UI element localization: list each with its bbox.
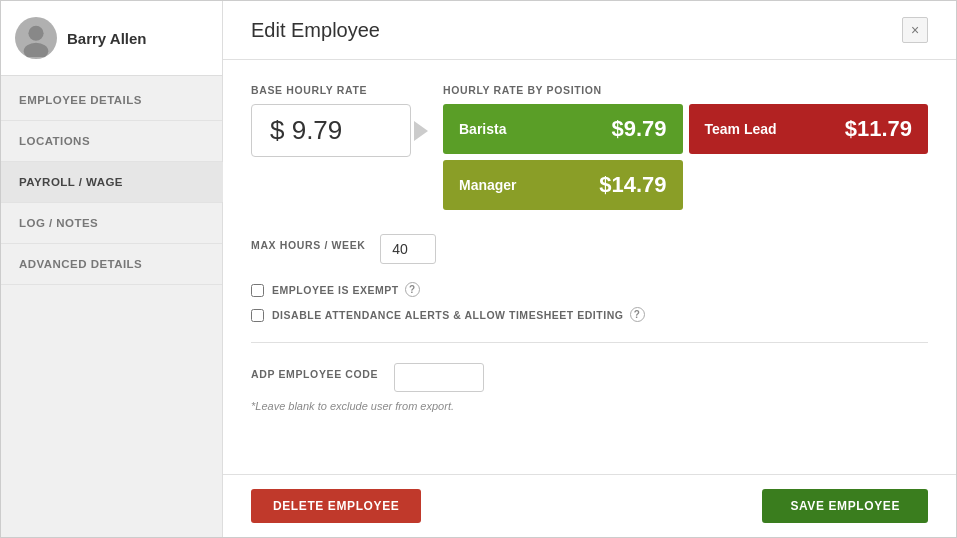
exempt-label: Employee Is Exempt ?	[272, 282, 420, 297]
max-hours-label: Max Hours / Week	[251, 239, 366, 251]
sidebar-nav: Employee Details Locations Payroll / Wag…	[1, 76, 222, 285]
team-lead-name: Team Lead	[705, 121, 777, 137]
base-rate-col: Base Hourly Rate $ 9.79	[251, 84, 411, 210]
exempt-checkbox-row: Employee Is Exempt ?	[251, 282, 928, 297]
sidebar: Barry Allen Employee Details Locations P…	[1, 1, 223, 537]
wage-section: Base Hourly Rate $ 9.79 Hourly Rate By P…	[251, 84, 928, 210]
manager-rate: $14.79	[599, 172, 666, 198]
divider	[251, 342, 928, 343]
manager-name: Manager	[459, 177, 517, 193]
exempt-checkbox[interactable]	[251, 284, 264, 297]
base-rate-label: Base Hourly Rate	[251, 84, 411, 96]
adp-code-input[interactable]	[394, 363, 484, 392]
max-hours-input[interactable]	[380, 234, 436, 264]
position-rates-col: Hourly Rate By Position Barista $9.79 Te…	[443, 84, 928, 210]
employee-name: Barry Allen	[67, 30, 146, 47]
attendance-checkbox-row: Disable Attendance Alerts & Allow Timesh…	[251, 307, 928, 322]
avatar	[15, 17, 57, 59]
save-employee-button[interactable]: Save Employee	[762, 489, 928, 523]
rate-card-team-lead: Team Lead $11.79	[689, 104, 929, 154]
svg-point-1	[28, 26, 43, 41]
sidebar-item-log-notes[interactable]: Log / Notes	[1, 203, 222, 244]
rate-card-manager: Manager $14.79	[443, 160, 683, 210]
adp-note: *Leave blank to exclude user from export…	[251, 400, 928, 412]
sidebar-item-payroll-wage[interactable]: Payroll / Wage	[1, 162, 222, 203]
page-title: Edit Employee	[251, 19, 380, 42]
rate-card-barista: Barista $9.79	[443, 104, 683, 154]
sidebar-item-locations[interactable]: Locations	[1, 121, 222, 162]
close-button[interactable]: ×	[902, 17, 928, 43]
adp-label: ADP Employee Code	[251, 368, 378, 380]
max-hours-row: Max Hours / Week	[251, 234, 928, 264]
main-header: Edit Employee ×	[223, 1, 956, 60]
barista-rate: $9.79	[611, 116, 666, 142]
team-lead-rate: $11.79	[845, 116, 912, 142]
base-rate-value: $ 9.79	[251, 104, 411, 157]
main-body: Base Hourly Rate $ 9.79 Hourly Rate By P…	[223, 60, 956, 474]
attendance-checkbox[interactable]	[251, 309, 264, 322]
barista-name: Barista	[459, 121, 506, 137]
app-container: Barry Allen Employee Details Locations P…	[0, 0, 957, 538]
attendance-label: Disable Attendance Alerts & Allow Timesh…	[272, 307, 645, 322]
delete-employee-button[interactable]: Delete Employee	[251, 489, 421, 523]
sidebar-item-employee-details[interactable]: Employee Details	[1, 80, 222, 121]
sidebar-item-advanced-details[interactable]: Advanced Details	[1, 244, 222, 285]
exempt-help-icon[interactable]: ?	[405, 282, 420, 297]
main-footer: Delete Employee Save Employee	[223, 474, 956, 537]
attendance-help-icon[interactable]: ?	[630, 307, 645, 322]
position-rates-grid: Barista $9.79 Team Lead $11.79 Manager $…	[443, 104, 928, 210]
adp-row: ADP Employee Code	[251, 363, 928, 392]
main-content: Edit Employee × Base Hourly Rate $ 9.79 …	[223, 1, 956, 537]
sidebar-header: Barry Allen	[1, 1, 222, 76]
hourly-rate-by-position-label: Hourly Rate By Position	[443, 84, 928, 96]
